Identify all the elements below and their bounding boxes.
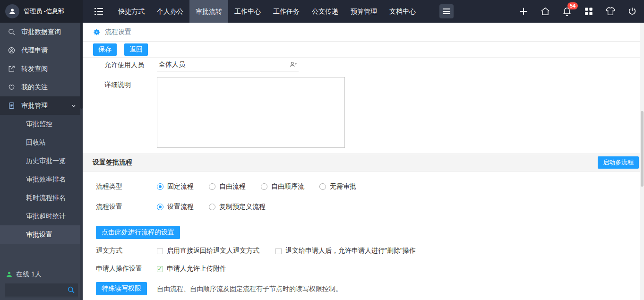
search-doc-icon [8,28,16,36]
search-icon[interactable] [67,286,75,294]
config-flow-button[interactable]: 点击此处进行流程的设置 [96,226,180,239]
radio-label: 固定流程 [167,182,194,191]
home-icon[interactable] [540,6,550,17]
radio-free-flow[interactable]: 自由流程 [209,182,246,191]
main-scrollbar-thumb[interactable] [641,111,644,187]
sidebar-item-label: 转发查阅 [21,65,48,73]
sidebar-item-approval-management[interactable]: 审批管理 [0,96,83,115]
theme-shirt-icon[interactable] [605,6,616,17]
checkbox-direct-return[interactable]: 启用直接返回给退文人退文方式 [157,247,259,255]
radio-copy-predefined-flow[interactable]: 复制预定义流程 [209,203,266,211]
multi-flow-button[interactable]: 启动多流程 [598,156,639,169]
flow-type-row: 流程类型 固定流程 自由流程 自由顺序流 无需审批 [83,181,644,192]
page-title: 流程设置 [105,28,131,36]
sidebar-search-input[interactable] [5,284,105,296]
applicant-operation-row: 申请人操作设置 申请人允许上传附件 [83,264,644,274]
topbar-action-icons: 54 [518,0,637,23]
radio-label: 无需审批 [330,182,356,191]
allow-users-input[interactable] [157,61,289,69]
current-user[interactable]: 管理员 -信息部 [0,0,83,23]
hamburger-icon [442,8,451,15]
radio-label: 自由流程 [219,182,246,191]
basic-settings-form: 允许使用人员 详细说明 [83,58,644,154]
checkbox-icon [157,248,163,254]
flow-type-options: 固定流程 自由流程 自由顺序流 无需审批 [157,182,356,191]
flow-setting-options: 设置流程 复制预定义流程 [157,203,266,211]
radio-setup-flow[interactable]: 设置流程 [157,203,194,211]
sidebar-search [5,283,78,297]
radio-label: 复制预定义流程 [219,203,266,211]
sidebar-subitem-recycle-bin[interactable]: 回收站 [0,133,83,152]
tab-document-transfer[interactable]: 公文传递 [306,0,344,23]
radio-icon [209,183,215,190]
return-doc-label: 退文方式 [96,247,122,255]
sidebar-subitem-time-consuming-rank[interactable]: 耗时流程排名 [0,189,83,207]
radio-label: 设置流程 [167,203,194,211]
sidebar-subitem-approval-timeout-stats[interactable]: 审批超时统计 [0,207,83,225]
return-doc-row: 退文方式 启用直接返回给退文人退文方式 退文给申请人后，允许申请人进行"删除"操… [83,246,644,256]
flow-setting-row: 流程设置 设置流程 复制预定义流程 [83,202,644,212]
sidebar-item-proxy-application[interactable]: 代理申请 [0,41,83,60]
checkbox-allow-delete-after-return[interactable]: 退文给申请人后，允许申请人进行"删除"操作 [275,247,416,255]
user-avatar-icon [5,4,19,18]
back-button[interactable]: 返回 [124,43,148,56]
plus-icon[interactable] [518,6,529,17]
app-window: 管理员 -信息部 快捷方式 个人办公 审批流转 工作中心 工作任务 公文传递 预… [0,0,644,300]
notification-count-badge: 54 [567,2,578,9]
tab-document-center[interactable]: 文档中心 [383,0,422,23]
menu-list-icon[interactable] [93,6,104,17]
sidebar-subitem-history-approval-list[interactable]: 历史审批一览 [0,152,83,170]
flow-settings-form: 流程类型 固定流程 自由流程 自由顺序流 无需审批 流程设置 设置流程 复制预定… [83,171,644,300]
radio-no-approval[interactable]: 无需审批 [319,182,356,191]
sidebar-scrollbar [80,23,83,300]
notifications-bell-icon[interactable]: 54 [562,6,572,17]
sidebar-item-forward-review[interactable]: 转发查阅 [0,60,83,78]
apps-grid-icon[interactable] [584,6,594,17]
save-button[interactable]: 保存 [93,43,117,56]
detail-label: 详细说明 [104,81,131,89]
sidebar-subitem-approval-efficiency-rank[interactable]: 审批效率排名 [0,170,83,189]
top-nav-tabs: 快捷方式 个人办公 审批流转 工作中心 工作任务 公文传递 预算管理 文档中心 [112,0,422,23]
online-person-icon [6,271,13,278]
forward-box-icon [8,65,16,73]
allow-users-label: 允许使用人员 [104,61,144,69]
tab-budget-management[interactable]: 预算管理 [344,0,383,23]
heart-icon [8,83,16,91]
tab-personal-office[interactable]: 个人办公 [151,0,189,23]
proxy-person-icon [8,46,16,54]
detail-textarea[interactable] [157,77,345,148]
sidebar: 审批数据查询 代理申请 转发查阅 我的关注 审批管理 [0,23,83,300]
flow-section-header: 设置签批流程 启动多流程 [83,154,644,171]
radio-fixed-flow[interactable]: 固定流程 [157,182,194,191]
main-scrollbar [640,23,644,300]
sidebar-subitem-approval-settings[interactable]: 审批设置 [0,225,83,244]
toolbar: 保存 返回 [83,42,644,58]
applicant-operation-options: 申请人允许上传附件 [157,265,226,273]
radio-free-sequence-flow[interactable]: 自由顺序流 [261,182,304,191]
tab-approval-flow[interactable]: 审批流转 [189,0,228,23]
user-picker-icon[interactable] [289,60,298,69]
approval-doc-icon [8,102,16,110]
power-icon[interactable] [627,6,637,17]
hamburger-menu-button[interactable] [439,4,454,18]
main-content: 流程设置 保存 返回 允许使用人员 详细说明 设置签批流程 启动多流程 [83,23,644,300]
approval-management-submenu: 审批监控 回收站 历史审批一览 审批效率排名 耗时流程排名 审批超时统计 审批设… [0,115,83,244]
radio-icon [157,183,163,190]
gear-icon [93,28,101,36]
sidebar-scrollbar-thumb[interactable] [80,23,83,109]
radio-icon [157,204,163,210]
tab-shortcuts[interactable]: 快捷方式 [112,0,151,23]
sidebar-item-my-follow[interactable]: 我的关注 [0,78,83,96]
checkbox-allow-upload-attachment[interactable]: 申请人允许上传附件 [157,265,226,273]
tab-work-center[interactable]: 工作中心 [228,0,267,23]
sidebar-subitem-approval-monitor[interactable]: 审批监控 [0,115,83,133]
sidebar-item-approval-data-query[interactable]: 审批数据查询 [0,23,83,41]
checkbox-label: 退文给申请人后，允许申请人进行"删除"操作 [285,247,416,255]
breadcrumb: 流程设置 [83,23,644,42]
tab-work-tasks[interactable]: 工作任务 [267,0,306,23]
radio-icon [209,204,215,210]
return-doc-options: 启用直接返回给退文人退文方式 退文给申请人后，允许申请人进行"删除"操作 [157,247,416,255]
sidebar-item-label: 我的关注 [21,83,48,92]
checkbox-checked-icon [157,266,163,272]
topbar: 管理员 -信息部 快捷方式 个人办公 审批流转 工作中心 工作任务 公文传递 预… [0,0,644,23]
